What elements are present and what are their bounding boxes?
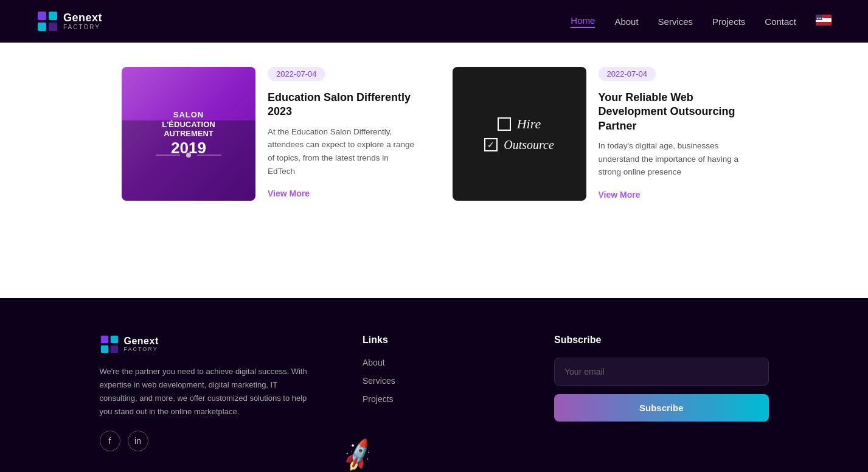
svg-rect-10 (110, 336, 117, 343)
footer-grid: Genext Factory We're the partner you nee… (100, 335, 769, 451)
blog-card-1: SALON L'ÉDUCATION AUTREMENT 2019 2022-07… (122, 67, 416, 201)
logo-brand: Genext (63, 12, 102, 24)
blog-card-2: Hire ✓ Outsource 2022-07-04 Your Reliabl… (453, 67, 747, 201)
footer-links-col: Links About Services Projects (363, 335, 505, 451)
blog-title-2: Your Reliable Web Development Outsourcin… (599, 91, 747, 133)
svg-rect-1 (49, 12, 57, 20)
footer-description: We're the partner you need to achieve di… (100, 365, 314, 418)
svg-rect-12 (110, 345, 117, 353)
footer-link-projects[interactable]: Projects (363, 394, 505, 404)
svg-rect-3 (49, 23, 57, 31)
footer-link-about[interactable]: About (363, 358, 505, 367)
footer-brand-col: Genext Factory We're the partner you nee… (100, 335, 314, 451)
svg-rect-2 (38, 23, 46, 31)
view-more-2[interactable]: View More (599, 190, 747, 200)
header: Genext Factory Home About Services Proje… (0, 0, 868, 43)
svg-rect-11 (100, 345, 108, 353)
hire-checkbox-unchecked (498, 117, 511, 131)
footer: Genext Factory We're the partner you nee… (0, 298, 868, 472)
main-content: SALON L'ÉDUCATION AUTREMENT 2019 2022-07… (0, 43, 868, 298)
date-badge-1: 2022-07-04 (268, 67, 325, 81)
subscribe-button[interactable]: Subscribe (554, 394, 769, 422)
footer-logo-sub: Factory (124, 347, 159, 353)
svg-text:★★★: ★★★ (816, 16, 824, 20)
facebook-icon[interactable]: f (100, 431, 120, 451)
footer-logo: Genext Factory (100, 335, 314, 354)
blog-title-1: Education Salon Differently 2023 (268, 91, 416, 119)
nav-home[interactable]: Home (571, 15, 595, 28)
nav-contact[interactable]: Contact (765, 16, 796, 27)
main-nav: Home About Services Projects Contact ★★★ (571, 15, 832, 28)
view-more-1[interactable]: View More (268, 189, 416, 198)
nav-services[interactable]: Services (658, 16, 693, 27)
svg-rect-0 (38, 12, 46, 20)
blog-grid: SALON L'ÉDUCATION AUTREMENT 2019 2022-07… (122, 67, 746, 201)
footer-link-services[interactable]: Services (363, 376, 505, 386)
blog-meta-1: 2022-07-04 Education Salon Differently 2… (268, 67, 416, 201)
social-icons: f in (100, 431, 314, 451)
svg-rect-9 (100, 336, 108, 343)
footer-logo-brand: Genext (124, 336, 159, 347)
footer-links-title: Links (363, 335, 505, 345)
blog-excerpt-2: In today's digital age, businesses under… (599, 139, 747, 179)
nav-about[interactable]: About (614, 16, 638, 27)
email-input[interactable] (554, 358, 769, 386)
linkedin-icon[interactable]: in (128, 431, 148, 451)
subscribe-title: Subscribe (554, 335, 769, 345)
flag-icon[interactable]: ★★★ (816, 15, 832, 28)
footer-subscribe-col: Subscribe Subscribe (554, 335, 769, 451)
footer-links: About Services Projects (363, 358, 505, 404)
blog-image-hire: Hire ✓ Outsource (453, 67, 586, 201)
nav-projects[interactable]: Projects (712, 16, 745, 27)
blog-image-salon: SALON L'ÉDUCATION AUTREMENT 2019 (122, 67, 255, 201)
hire-checkbox-checked: ✓ (484, 138, 498, 151)
blog-meta-2: 2022-07-04 Your Reliable Web Development… (599, 67, 747, 201)
blog-excerpt-1: At the Education Salon Differently, atte… (268, 125, 416, 178)
svg-rect-6 (816, 22, 832, 26)
logo-sub: Factory (63, 24, 102, 30)
logo[interactable]: Genext Factory (36, 10, 102, 32)
date-badge-2: 2022-07-04 (599, 67, 656, 81)
